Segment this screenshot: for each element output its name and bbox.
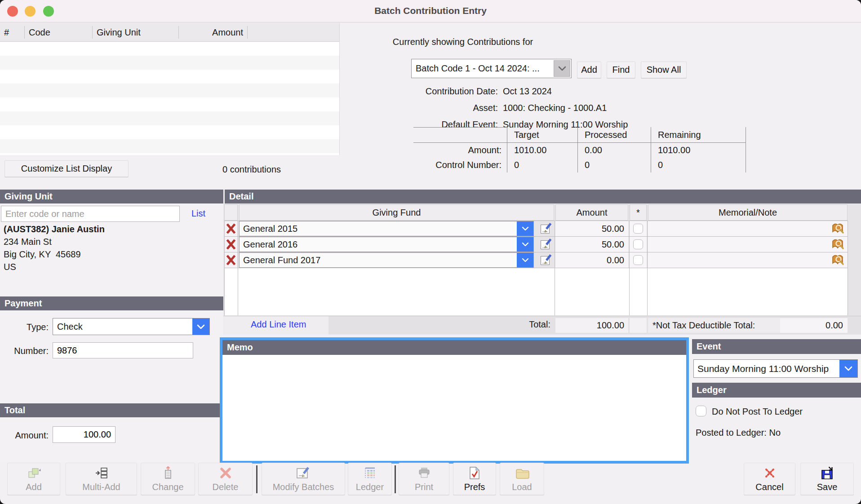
cancel-button[interactable]: Cancel <box>744 463 795 495</box>
edit-fund-button[interactable] <box>538 221 553 236</box>
memo-panel: Memo <box>220 337 689 464</box>
payment-type-select[interactable]: Check <box>53 318 210 335</box>
detail-delete-column-header <box>224 204 238 221</box>
not-tax-deductible-label: *Not Tax Deductible Total: <box>648 320 780 331</box>
detail-memorial-column-header: Memorial/Note <box>648 204 848 221</box>
add-line-item-link[interactable]: Add Line Item <box>251 319 306 330</box>
giving-unit-section-header: Giving Unit <box>0 190 223 203</box>
contribution-count-text: 0 contributions <box>193 164 310 175</box>
show-all-batches-button[interactable]: Show All <box>641 62 687 78</box>
payment-type-label: Type: <box>0 322 49 332</box>
batch-contribution-entry-window: Batch Contribution Entry # Code Giving U… <box>0 0 861 504</box>
detail-footer-left: Add Line Item <box>223 316 328 335</box>
print-button[interactable]: Print <box>399 463 449 495</box>
prefs-button[interactable]: Prefs <box>453 463 496 495</box>
giving-unit-list-link[interactable]: List <box>191 208 205 219</box>
column-header-giving-unit[interactable]: Giving Unit <box>93 26 179 39</box>
chevron-down-icon <box>554 60 570 77</box>
column-header-amount[interactable]: Amount <box>179 26 248 39</box>
memorial-search-icon[interactable] <box>831 238 845 251</box>
asset-value: 1000: Checking - 1000.A1 <box>503 103 607 113</box>
ledger-button[interactable]: Ledger <box>348 463 392 495</box>
ledger-grid-icon <box>363 465 377 481</box>
window-title: Batch Contribution Entry <box>0 5 861 16</box>
do-not-post-label: Do Not Post To Ledger <box>712 407 803 417</box>
edit-fund-button[interactable] <box>538 237 553 252</box>
line-amount-cell[interactable]: 50.00 <box>555 237 628 252</box>
printer-icon <box>417 465 431 481</box>
checkbox[interactable] <box>633 255 643 265</box>
delete-line-button[interactable] <box>225 252 237 268</box>
delete-line-button[interactable] <box>225 221 237 236</box>
payment-number-label: Number: <box>0 346 49 356</box>
cancel-x-icon <box>763 465 777 481</box>
ledger-section-header: Ledger <box>692 383 861 398</box>
giving-unit-address-line: 234 Main St <box>4 235 105 248</box>
find-batch-button[interactable]: Find <box>607 62 635 78</box>
batch-selector[interactable]: Batch Code 1 - Oct 14 2024: ... <box>411 59 572 78</box>
chevron-down-icon <box>517 253 533 267</box>
multi-add-button[interactable]: Multi-Add <box>66 463 137 495</box>
not-tax-deductible-checkbox[interactable] <box>630 221 647 236</box>
modify-batches-button[interactable]: Modify Batches <box>262 463 345 495</box>
memorial-note-cell[interactable] <box>648 252 848 268</box>
event-select[interactable]: Sunday Morning 11:00 Worship <box>693 359 858 378</box>
divider <box>848 221 848 315</box>
customize-list-display-button[interactable]: Customize List Display <box>4 160 129 177</box>
delete-line-button[interactable] <box>225 237 237 252</box>
detail-footer-star-cell <box>630 318 647 333</box>
detail-row: General Fund 2017 0.00 <box>223 252 861 268</box>
divider <box>224 236 848 237</box>
summary-control-target: 0 <box>507 158 577 172</box>
giving-fund-value: General 2015 <box>240 224 517 234</box>
memorial-search-icon[interactable] <box>831 222 845 235</box>
titlebar: Batch Contribution Entry <box>0 0 861 22</box>
currently-showing-label: Currently showing Contributions for <box>342 37 584 47</box>
save-button[interactable]: Save <box>800 463 854 495</box>
contribution-date-value: Oct 13 2024 <box>503 86 552 97</box>
giving-unit-address-line: Big City, KY 45689 <box>4 248 105 261</box>
summary-col-processed: Processed <box>577 127 651 143</box>
column-header-number[interactable]: # <box>0 26 25 39</box>
giving-unit-search-input[interactable] <box>1 206 180 222</box>
not-tax-deductible-checkbox[interactable] <box>630 237 647 252</box>
total-section-header: Total <box>0 403 223 417</box>
giving-fund-select[interactable]: General 2015 <box>239 221 534 236</box>
folder-icon <box>515 465 530 481</box>
add-batch-button[interactable]: Add <box>577 62 601 78</box>
checkbox[interactable] <box>633 224 643 234</box>
contribution-date-row: Contribution Date: Oct 13 2024 <box>340 84 699 98</box>
summary-amount-target: 1010.00 <box>507 143 577 158</box>
memorial-note-cell[interactable] <box>648 237 848 252</box>
event-section-header: Event <box>692 339 861 354</box>
batch-summary-table: Target Processed Remaining Amount: 1010.… <box>413 127 746 172</box>
divider <box>224 268 848 268</box>
detail-table: Giving Fund Amount * Memorial/Note Gener… <box>223 203 861 335</box>
payment-number-input[interactable] <box>53 342 193 358</box>
payment-type-value: Check <box>53 322 192 332</box>
total-amount-input[interactable] <box>53 426 115 443</box>
giving-fund-select[interactable]: General 2016 <box>239 237 534 252</box>
delete-x-icon <box>219 465 232 481</box>
detail-total-value: 100.00 <box>555 318 628 333</box>
checkbox[interactable] <box>633 239 643 249</box>
add-contribution-button[interactable]: Add <box>7 463 60 495</box>
contributions-list-body[interactable] <box>0 42 339 155</box>
contribution-date-label: Contribution Date: <box>340 86 498 97</box>
prefs-check-icon <box>469 465 480 481</box>
change-button[interactable]: Change <box>141 463 195 495</box>
not-tax-deductible-total: *Not Tax Deductible Total: 0.00 <box>648 318 848 333</box>
load-button[interactable]: Load <box>500 463 544 495</box>
payment-section-header: Payment <box>0 296 223 310</box>
memo-textarea[interactable] <box>222 355 686 461</box>
giving-fund-select[interactable]: General Fund 2017 <box>239 252 534 268</box>
memorial-search-icon[interactable] <box>831 254 845 266</box>
memorial-note-cell[interactable] <box>648 221 848 236</box>
column-header-code[interactable]: Code <box>25 26 93 39</box>
line-amount-cell[interactable]: 50.00 <box>555 221 628 236</box>
delete-button[interactable]: Delete <box>198 463 253 495</box>
do-not-post-checkbox[interactable] <box>696 406 706 416</box>
not-tax-deductible-checkbox[interactable] <box>630 252 647 268</box>
line-amount-cell[interactable]: 0.00 <box>555 252 628 268</box>
edit-fund-button[interactable] <box>538 253 553 267</box>
